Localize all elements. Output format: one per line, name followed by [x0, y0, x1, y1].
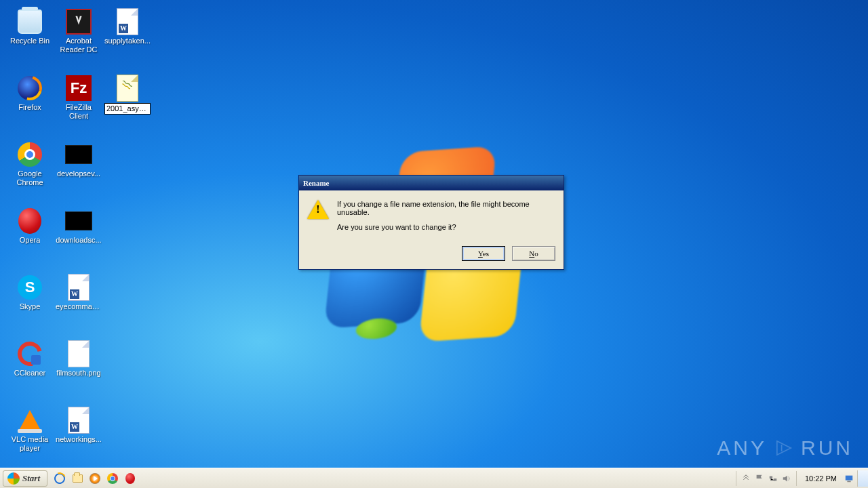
- tray-monitor-icon[interactable]: [842, 470, 856, 487]
- desktop-icon-networkings[interactable]: W networkings...: [54, 404, 103, 470]
- icon-label: filmsouth.png: [56, 369, 100, 378]
- svg-rect-0: [770, 476, 772, 479]
- media-player-icon: [90, 473, 100, 484]
- icon-label: Skype: [20, 302, 41, 311]
- start-label: Start: [22, 473, 40, 484]
- icon-label: CCleaner: [14, 369, 45, 378]
- filezilla-icon: Fz: [66, 75, 92, 101]
- rename-edit-field[interactable]: 2001_asyura2.com.js.txt: [104, 103, 151, 115]
- image-file-icon: [68, 340, 90, 367]
- desktop-icon-acrobat[interactable]: Acrobat Reader DC: [54, 5, 103, 72]
- rename-dialog: Rename If you change a file name extensi…: [298, 175, 564, 270]
- desktop-icon-firefox[interactable]: Firefox: [5, 72, 54, 138]
- windows-orb-icon: [7, 472, 20, 485]
- tray-network-icon[interactable]: [766, 470, 780, 487]
- desktop-icon-rename-target[interactable]: 2001_asyura2.com.js.txt: [103, 72, 152, 138]
- yes-button[interactable]: Yes: [462, 246, 505, 261]
- system-tray: 10:22 PM: [733, 468, 868, 488]
- file-thumb-icon: [65, 211, 92, 230]
- icon-label: downloadsc...: [56, 236, 101, 245]
- desktop-icon-vlc[interactable]: VLC media player: [5, 404, 54, 470]
- taskbar: Start 10:22 PM: [0, 468, 868, 488]
- desktop-icon-filezilla[interactable]: Fz FileZilla Client: [54, 72, 103, 138]
- taskbar-clock[interactable]: 10:22 PM: [800, 474, 842, 483]
- desktop-icon-recycle-bin[interactable]: Recycle Bin: [5, 5, 54, 72]
- word-doc-icon: W: [117, 8, 138, 35]
- quicklaunch-ie[interactable]: [52, 470, 68, 487]
- desktop-icon-developsev[interactable]: developsev...: [54, 138, 103, 205]
- opera-icon: [18, 208, 41, 234]
- chrome-icon: [18, 142, 42, 167]
- ie-icon: [53, 472, 66, 485]
- icon-label: developsev...: [57, 169, 100, 178]
- quicklaunch-explorer[interactable]: [69, 470, 85, 487]
- show-desktop-button[interactable]: [857, 470, 868, 487]
- desktop-icon-downloadsc[interactable]: downloadsc...: [54, 205, 103, 271]
- word-doc-icon: W: [68, 407, 90, 434]
- desktop-icon-filmsouth[interactable]: filmsouth.png: [54, 338, 103, 404]
- ccleaner-icon: [18, 342, 42, 366]
- icon-label: Google Chrome: [7, 169, 53, 187]
- vlc-icon: [19, 410, 41, 430]
- file-thumb-icon: [65, 145, 92, 164]
- dialog-titlebar[interactable]: Rename: [299, 176, 564, 190]
- quick-launch: [52, 470, 138, 487]
- chrome-icon: [107, 473, 118, 484]
- icon-label: FileZilla Client: [56, 103, 102, 121]
- warning-icon: [307, 200, 329, 222]
- icon-label: eyecomman...: [56, 302, 102, 311]
- tray-flag-icon[interactable]: [753, 470, 766, 487]
- svg-rect-3: [847, 481, 850, 482]
- skype-icon: S: [18, 275, 42, 300]
- word-doc-icon: W: [68, 274, 90, 301]
- explorer-icon: [73, 474, 83, 483]
- icon-label: supplytaken...: [104, 37, 151, 45]
- opera-icon: [125, 473, 135, 484]
- quicklaunch-opera[interactable]: [122, 470, 138, 487]
- acrobat-icon: [66, 9, 92, 35]
- icon-label: networkings...: [56, 435, 102, 444]
- no-button[interactable]: No: [512, 246, 555, 261]
- start-button[interactable]: Start: [3, 470, 47, 487]
- desktop-icon-chrome[interactable]: Google Chrome: [5, 138, 54, 205]
- firefox-icon: [18, 76, 42, 100]
- script-file-icon: [117, 75, 138, 102]
- quicklaunch-chrome[interactable]: [104, 470, 121, 487]
- recycle-bin-icon: [18, 9, 42, 34]
- tray-volume-icon[interactable]: [780, 470, 793, 487]
- desktop-icon-eyecomman[interactable]: W eyecomman...: [54, 271, 103, 338]
- svg-rect-2: [846, 475, 853, 480]
- icon-label: Opera: [20, 236, 41, 245]
- tray-overflow-button[interactable]: [739, 470, 753, 487]
- desktop-icon-opera[interactable]: Opera: [5, 205, 54, 271]
- desktop-icon-skype[interactable]: S Skype: [5, 271, 54, 338]
- dialog-message: If you change a file name extension, the…: [337, 200, 555, 238]
- quicklaunch-media-player[interactable]: [87, 470, 103, 487]
- icon-label: VLC media player: [7, 435, 53, 453]
- desktop-icon-supplytaken[interactable]: W supplytaken...: [103, 5, 152, 72]
- icon-label: Firefox: [18, 103, 41, 112]
- icon-label: Acrobat Reader DC: [56, 37, 102, 54]
- icon-label: Recycle Bin: [10, 37, 50, 45]
- desktop-icon-ccleaner[interactable]: CCleaner: [5, 338, 54, 404]
